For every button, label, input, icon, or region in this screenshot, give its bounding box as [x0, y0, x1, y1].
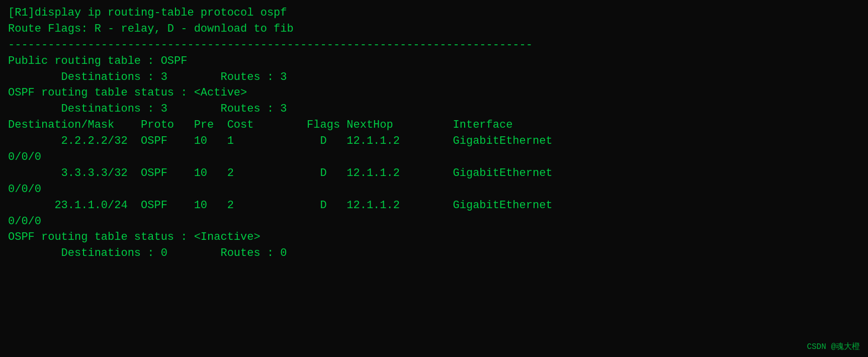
terminal-line: 0/0/0 [8, 214, 860, 230]
terminal-line: 23.1.1.0/24 OSPF 10 2 D 12.1.1.2 Gigabit… [8, 198, 860, 214]
terminal-line: [R1]display ip routing-table protocol os… [8, 5, 860, 21]
terminal-line: Public routing table : OSPF [8, 53, 860, 69]
terminal-line: Destinations : 3 Routes : 3 [8, 101, 860, 117]
terminal-line: 3.3.3.3/32 OSPF 10 2 D 12.1.1.2 GigabitE… [8, 165, 860, 182]
terminal-line: 0/0/0 [8, 149, 860, 165]
terminal-line: OSPF routing table status : <Inactive> [8, 229, 860, 245]
terminal-line: Route Flags: R - relay, D - download to … [8, 21, 860, 37]
watermark-label: CSDN @魂大橙 [807, 341, 860, 353]
terminal-line: ----------------------------------------… [8, 37, 860, 53]
terminal-line: Destinations : 3 Routes : 3 [8, 69, 860, 85]
terminal-line: 0/0/0 [8, 182, 860, 198]
terminal-output: [R1]display ip routing-table protocol os… [8, 5, 860, 261]
terminal-line: OSPF routing table status : <Active> [8, 85, 860, 101]
terminal-line: 2.2.2.2/32 OSPF 10 1 D 12.1.1.2 GigabitE… [8, 133, 860, 149]
terminal-line: Destinations : 0 Routes : 0 [8, 245, 860, 261]
terminal-line: Destination/Mask Proto Pre Cost Flags Ne… [8, 117, 860, 133]
